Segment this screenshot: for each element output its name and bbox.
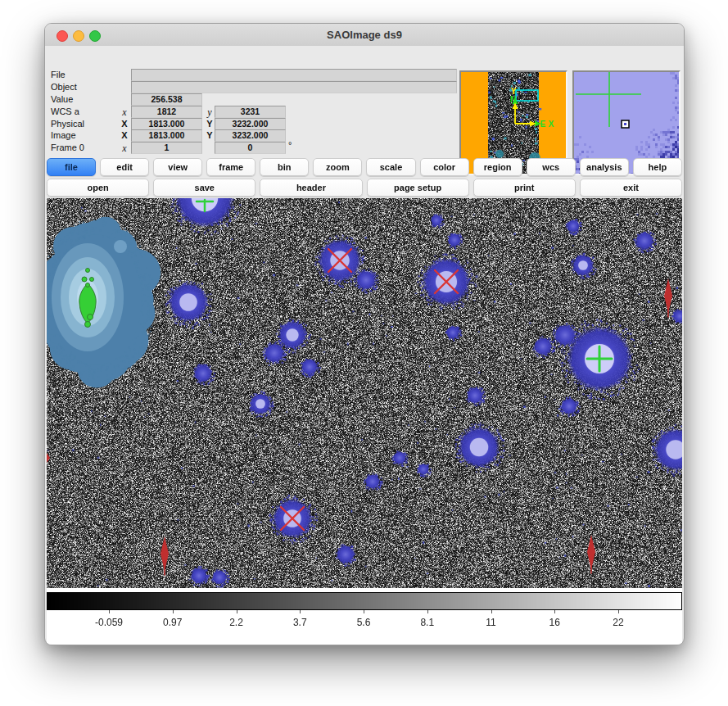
menu-wcs-button[interactable]: wcs	[527, 158, 576, 176]
value-label: Value	[51, 94, 73, 104]
file-label: File	[51, 70, 66, 79]
menu-open-button[interactable]: open	[47, 179, 149, 197]
info-row-object: Object	[45, 81, 463, 93]
colorbar-tick-label: 3.7	[293, 617, 307, 628]
image-y-letter: Y	[205, 130, 215, 140]
ds9-window: SAOImage ds9 File Object Value 256.538 W…	[44, 23, 685, 645]
menu-view-button[interactable]: view	[153, 158, 202, 176]
degree-symbol: °	[288, 140, 292, 150]
wcs-label: WCS a	[51, 106, 79, 116]
info-panel: File Object Value 256.538 WCS a x 1812 y…	[45, 46, 684, 158]
main-image-canvas[interactable]	[47, 198, 682, 588]
physical-label: Physical	[51, 119, 84, 129]
info-row-image: Image X 1813.000 Y 3232.000	[45, 129, 463, 142]
image-x-field[interactable]: 1813.000	[131, 129, 202, 142]
wcs-x-field[interactable]: 1812	[131, 106, 202, 118]
menu-analysis-button[interactable]: analysis	[580, 158, 629, 176]
menu-bin-button[interactable]: bin	[260, 158, 309, 176]
info-row-value: Value 256.538	[45, 93, 463, 106]
menu-page-setup-button[interactable]: page setup	[367, 179, 469, 197]
frame-zoom-field[interactable]: 1	[131, 142, 202, 154]
menu-row-2: opensaveheaderpage setupprintexit	[47, 179, 682, 197]
wcs-y-field[interactable]: 3231	[215, 106, 286, 118]
menu-print-button[interactable]: print	[473, 179, 576, 197]
colorbar-tick	[173, 610, 174, 613]
colorbar-tick-label: 11	[486, 617, 495, 628]
physical-y-field[interactable]: 3232.000	[215, 118, 286, 130]
colorbar-tick	[618, 610, 619, 613]
colorbar-tick	[300, 610, 301, 613]
colorbar-tick	[237, 610, 237, 613]
colorbar-tick-label: -0.059	[95, 617, 123, 628]
colorbar-tick	[491, 610, 492, 613]
menu-exit-button[interactable]: exit	[580, 179, 682, 197]
object-field[interactable]	[131, 81, 457, 93]
menu-scale-button[interactable]: scale	[366, 158, 415, 176]
physical-y-letter: Y	[205, 119, 215, 129]
window-title: SAOImage ds9	[45, 24, 684, 46]
menu-zoom-button[interactable]: zoom	[313, 158, 362, 176]
colorbar-tick-label: 16	[549, 617, 560, 628]
image-label: Image	[51, 130, 76, 140]
menu-help-button[interactable]: help	[633, 158, 682, 176]
colorbar-tick	[109, 610, 110, 613]
colorbar-tick-label: 8.1	[420, 617, 434, 628]
image-y-field[interactable]: 3232.000	[215, 129, 286, 142]
colorbar-tick-label: 2.2	[229, 617, 243, 628]
file-field[interactable]	[131, 69, 457, 81]
frame-x-letter: x	[120, 143, 129, 155]
menu-header-button[interactable]: header	[260, 179, 362, 197]
colorbar-tick-label: 5.6	[357, 617, 371, 628]
menu-save-button[interactable]: save	[153, 179, 255, 197]
physical-x-field[interactable]: 1813.000	[131, 118, 202, 130]
colorbar-tick-label: 0.97	[163, 617, 182, 628]
frame-label: Frame 0	[51, 143, 84, 152]
info-row-frame: Frame 0 x 1 0 °	[45, 142, 463, 154]
info-row-wcs: WCS a x 1812 y 3231	[45, 106, 463, 118]
image-x-letter: X	[120, 130, 129, 140]
menu-frame-button[interactable]: frame	[206, 158, 255, 176]
menu-color-button[interactable]: color	[420, 158, 469, 176]
menu-edit-button[interactable]: edit	[100, 158, 149, 176]
value-field[interactable]: 256.538	[131, 93, 202, 106]
object-label: Object	[51, 82, 77, 92]
colorbar-tick	[554, 610, 555, 613]
colorbar[interactable]	[47, 592, 682, 610]
title-bar[interactable]: SAOImage ds9	[45, 24, 684, 47]
menu-row-1: fileeditviewframebinzoomscalecolorregion…	[47, 158, 682, 176]
colorbar-tick	[364, 610, 364, 613]
info-row-physical: Physical X 1813.000 Y 3232.000	[45, 118, 463, 130]
menu-file-button[interactable]: file	[47, 158, 96, 176]
wcs-x-letter: x	[120, 106, 129, 119]
menu-region-button[interactable]: region	[473, 158, 522, 176]
colorbar-tick-label: 22	[613, 617, 623, 628]
wcs-y-letter: y	[205, 106, 215, 119]
frame-rotate-field[interactable]: 0	[215, 142, 286, 154]
colorbar-tick	[427, 610, 428, 613]
info-row-file: File	[45, 69, 463, 81]
physical-x-letter: X	[120, 119, 129, 129]
